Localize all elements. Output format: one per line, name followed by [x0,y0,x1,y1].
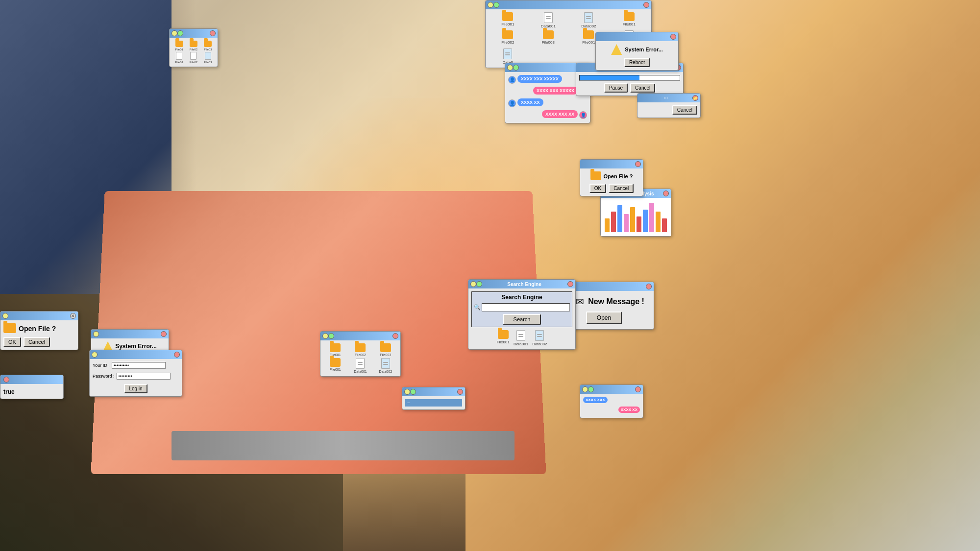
file-item[interactable]: File02 [187,41,200,51]
progress-fill [580,75,639,80]
chat-row-2: XXXX XX [583,407,640,415]
file-item[interactable]: Data002 [532,330,547,346]
file-item[interactable]: Data002 [374,358,397,373]
file-item[interactable]: File002 [489,30,527,47]
doc-icon-blue [381,358,390,369]
close-btn[interactable] [174,352,180,358]
close-btn[interactable] [392,333,398,339]
id-input[interactable] [112,362,166,369]
pause-button[interactable]: Pause [604,83,628,93]
window-body: Open File ? OK Cancel [0,320,78,350]
min-btn[interactable] [488,2,493,8]
window-body: ··· [402,396,465,409]
titlebar-system-error-top [596,32,678,41]
min-btn[interactable] [172,30,177,36]
max-btn[interactable] [588,386,594,392]
file-item[interactable]: File02 [187,52,200,64]
titlebar-chat-small [580,385,643,394]
chat-bubble-sent-2: XXXX XX [517,98,543,106]
min-btn[interactable] [507,65,513,71]
open-file-buttons: OK Cancel [589,184,634,193]
window-body [601,198,671,236]
search-input[interactable] [482,303,570,311]
close-btn[interactable]: ✕ [70,313,76,319]
titlebar-dl2: ··· 📁 [637,94,700,102]
file-item[interactable]: File001 [497,330,510,346]
chat-bubble-recv-1: XXXX XXX XXXXX [533,87,578,95]
max-btn[interactable] [476,281,482,287]
cancel-button[interactable]: Cancel [24,337,50,347]
bar-5 [637,216,641,232]
file-item[interactable]: Data001 [529,12,568,28]
min-btn[interactable] [2,313,8,319]
file-item[interactable]: File001 [323,358,347,373]
bar-2 [617,205,622,232]
file-item[interactable]: File03 [201,52,215,64]
window-body: Search Engine 🔍 Search File001 Data001 D… [468,288,575,349]
close-btn[interactable] [210,30,216,36]
min-btn[interactable] [93,331,99,337]
doc-icon [516,330,525,341]
file-item[interactable]: File003 [374,343,397,357]
file-item[interactable]: File003 [529,30,568,47]
file-item[interactable]: File001 [489,12,527,28]
file-grid-small: File01 File02 File03 File01 File02 File0… [172,41,215,64]
ok-button[interactable]: OK [589,184,606,193]
file-item[interactable]: File001 [323,343,347,357]
close-btn[interactable] [3,377,9,383]
close-btn[interactable] [161,331,167,337]
file-item[interactable]: Data002 [569,12,608,28]
button-row: Pause Cancel [579,83,680,93]
max-btn[interactable] [493,2,499,8]
password-input[interactable] [117,373,171,380]
reboot-button[interactable]: Reboot [624,58,650,67]
max-btn[interactable] [328,333,334,339]
file-item[interactable]: File01 [172,52,186,64]
search-button[interactable]: Search [503,314,541,325]
your-id-label: Your ID : [93,363,110,368]
file-item[interactable]: Data001 [348,358,372,373]
file-item[interactable]: File01 [172,41,186,51]
max-btn[interactable] [513,65,519,71]
min-btn[interactable] [470,281,476,287]
doc-icon [190,52,196,60]
file-item[interactable]: File03 [201,41,215,51]
doc-icon-blue [503,48,512,59]
file-item[interactable]: File001 [610,12,649,28]
min-btn[interactable] [322,333,328,339]
min-btn[interactable] [582,386,588,392]
cancel-button[interactable]: Cancel [609,184,634,193]
chat-avatar-2: 👤 [508,99,516,107]
close-btn[interactable] [635,161,641,167]
ok-button[interactable]: OK [3,337,21,347]
close-btn[interactable] [646,284,652,289]
file-item[interactable]: File002 [348,343,372,357]
background [0,0,980,551]
close-btn[interactable] [567,281,573,287]
close-btn[interactable] [663,191,669,196]
close-btn[interactable] [670,34,676,40]
bar-8 [656,212,661,232]
close-btn[interactable] [643,2,649,8]
login-button[interactable]: Log in [124,384,147,393]
titlebar-file-manager-small [170,29,218,38]
folder-icon [330,343,341,352]
max-btn[interactable] [410,389,416,395]
max-btn[interactable] [177,30,183,36]
close-btn[interactable] [457,389,463,395]
bar-4 [630,207,635,232]
inner-search-window: Search Engine 🔍 Search [471,291,572,327]
min-btn[interactable] [404,389,410,395]
titlebar-file-manager-top [486,0,651,9]
envelope-icon: ✉ [576,296,584,308]
open-button[interactable]: Open [586,311,622,324]
folder-icon-btn[interactable]: 📁 [692,95,698,101]
min-btn[interactable] [92,352,98,358]
close-btn[interactable] [635,386,641,392]
cancel-button[interactable]: Cancel [630,83,655,93]
file-item[interactable]: Data001 [514,330,528,346]
button-row: OK Cancel [3,337,75,347]
chat-bubble-1: XXXX XXX [583,397,608,403]
cancel-button-2[interactable]: Cancel [672,105,697,115]
login-btn-container: Log in [93,383,179,393]
